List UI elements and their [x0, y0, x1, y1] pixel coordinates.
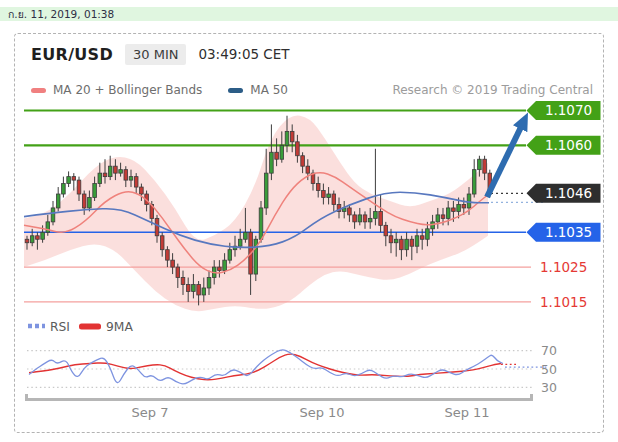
chart-legend: MA 20 + Bollinger Bands MA 50 Research ©…	[31, 83, 593, 97]
symbol-title: EUR/USD	[31, 45, 113, 64]
ma20-swatch-icon	[31, 88, 46, 93]
quote-time: 03:49:05 CET	[198, 46, 289, 62]
research-credit: Research © 2019 Trading Central	[392, 83, 593, 97]
ma20-legend-label: MA 20 + Bollinger Bands	[53, 83, 202, 97]
ma50-swatch-icon	[228, 88, 243, 93]
banner-date: ก.ย. 11, 2019, 01:38	[0, 7, 618, 21]
chart-header: EUR/USD 30 MIN 03:49:05 CET	[31, 40, 290, 68]
date-banner: ก.ย. 11, 2019, 01:38	[0, 7, 618, 21]
chart-card: EUR/USD 30 MIN 03:49:05 CET MA 20 + Boll…	[14, 33, 604, 433]
timeframe-badge: 30 MIN	[125, 44, 186, 65]
ma50-legend-label: MA 50	[250, 83, 288, 97]
